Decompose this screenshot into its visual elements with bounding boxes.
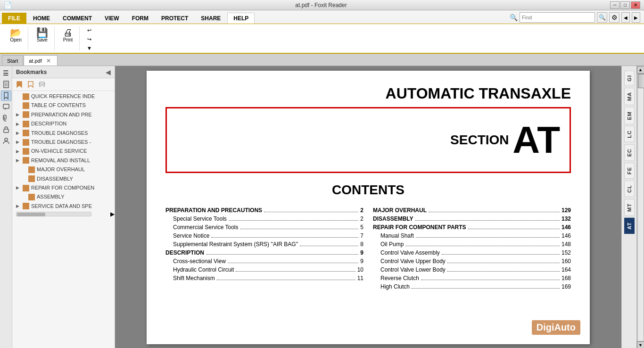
tab-help[interactable]: HELP (227, 13, 255, 24)
label-ec[interactable]: EC (624, 144, 635, 161)
tool-comments[interactable] (1, 102, 11, 112)
label-cl[interactable]: CL (624, 181, 635, 197)
minimize-button[interactable]: ─ (610, 1, 619, 9)
tab-file[interactable]: FILE (2, 13, 26, 24)
search-input[interactable] (520, 12, 595, 23)
toc-entry[interactable]: Special Service Tools2 (165, 215, 363, 222)
toc-entry[interactable]: MAJOR OVERHAUL129 (373, 207, 571, 214)
toc-page: 7 (360, 232, 363, 239)
bookmark-flag-icon (23, 203, 29, 209)
toc-dots (405, 246, 560, 246)
close-button[interactable]: ✕ (631, 1, 640, 9)
toc-entry[interactable]: Control Valve Assembly152 (373, 249, 571, 256)
bookmark-desc[interactable]: ▶ DESCRIPTION (12, 119, 115, 128)
bookmark-quick-ref[interactable]: QUICK REFERENCE INDE (12, 92, 115, 101)
toc-entry[interactable]: PREPARATION AND PRECAUTIONS2 (165, 207, 363, 214)
tab-share[interactable]: SHARE (195, 13, 227, 24)
bookmark-removal[interactable]: ▶ REMOVAL AND INSTALL (12, 156, 115, 165)
sidebar-scroll-right[interactable]: ▶ (110, 211, 115, 217)
tab-form[interactable]: FORM (126, 13, 155, 24)
expand-icon: ▶ (16, 157, 22, 164)
doc-tab-atpdf[interactable]: at.pdf ✕ (24, 55, 58, 66)
bookmark-prep[interactable]: ▶ PREPARATION AND PRE (12, 110, 115, 119)
bookmark-flag-icon (23, 139, 29, 146)
print-icon: 🖨 (63, 28, 73, 37)
bookmark-tool-2[interactable] (25, 80, 36, 89)
tab-view[interactable]: VIEW (99, 13, 125, 24)
bookmark-repair[interactable]: ▶ REPAIR FOR COMPONEN (12, 183, 115, 192)
toc-entry[interactable]: Hydraulic Control Circuit10 (165, 266, 363, 273)
bookmark-onvehicle[interactable]: ▶ ON-VEHICLE SERVICE (12, 147, 115, 156)
tool-attachment[interactable] (1, 113, 11, 124)
bookmark-toc[interactable]: TABLE OF CONTENTS (12, 101, 115, 110)
toc-entry[interactable]: Oil Pump148 (373, 241, 571, 248)
label-mt[interactable]: MT (624, 199, 635, 216)
tab-comment[interactable]: COMMENT (57, 13, 98, 24)
bookmark-major[interactable]: MAJOR OVERHAUL (12, 165, 115, 174)
toc-entry[interactable]: DISASSEMBLY132 (373, 215, 571, 222)
toc-page: 5 (360, 224, 363, 231)
toc-entry[interactable]: Cross-sectional View9 (165, 258, 363, 265)
toc-dots (264, 212, 358, 212)
sidebar-close-button[interactable]: ◀ (106, 68, 111, 76)
label-em[interactable]: EM (624, 107, 635, 124)
scroll-down-button[interactable]: ▼ (637, 341, 644, 348)
bookmark-flag-icon (28, 166, 35, 173)
toc-entry[interactable]: Manual Shaft146 (373, 232, 571, 239)
toc-entry[interactable]: Shift Mechanism11 (165, 275, 363, 282)
toc-entry[interactable]: Commercial Service Tools5 (165, 224, 363, 231)
label-at[interactable]: AT (624, 218, 635, 234)
toc-entry[interactable]: High Clutch169 (373, 283, 571, 290)
sidebar-panel: Bookmarks ◀ QUICK REFERENCE INDE (12, 66, 115, 348)
tool-hand[interactable]: ☰ (1, 68, 11, 78)
toc-page: 160 (561, 258, 571, 265)
tab-atpdf-close[interactable]: ✕ (45, 57, 52, 65)
label-fe[interactable]: FE (624, 163, 635, 179)
save-button[interactable]: 💾 Save (33, 26, 51, 44)
bookmark-trouble2[interactable]: ▶ TROUBLE DIAGNOSES - (12, 138, 115, 147)
pdf-section-letter: AT (512, 121, 560, 159)
scroll-track[interactable] (637, 74, 644, 341)
pdf-viewer[interactable]: AUTOMATIC TRANSAXLE SECTION AT CONTENTS … (115, 66, 621, 348)
redo-button[interactable]: ↪ (85, 35, 94, 43)
bookmark-trouble1[interactable]: ▶ TROUBLE DIAGNOSES (12, 129, 115, 138)
document-tabs: Start at.pdf ✕ (0, 54, 644, 66)
toc-entry[interactable]: Service Notice7 (165, 232, 363, 239)
tab-home[interactable]: HOME (27, 13, 56, 24)
toc-entry[interactable]: Control Valve Lower Body164 (373, 266, 571, 273)
sidebar-scrollbar-thumb[interactable] (17, 213, 45, 216)
scroll-thumb[interactable] (638, 74, 644, 88)
open-button[interactable]: 📂 Open (7, 26, 25, 44)
extra-button[interactable]: ▼ (84, 44, 94, 52)
svg-rect-4 (3, 104, 9, 108)
bookmark-tool-3[interactable] (37, 80, 47, 89)
nav-prev-button[interactable]: ◀ (621, 12, 630, 23)
print-button[interactable]: 🖨 Print (59, 26, 76, 44)
toc-entry[interactable]: REPAIR FOR COMPONENT PARTS146 (373, 224, 571, 231)
nav-next-button[interactable]: ▶ (632, 12, 640, 23)
toc-entry[interactable]: Supplemental Restraint System (SRS) ''AI… (165, 241, 363, 248)
tool-bookmarks[interactable] (1, 91, 11, 101)
bookmark-assembly[interactable]: ASSEMBLY (12, 192, 115, 201)
bookmark-tool-1[interactable] (14, 80, 25, 89)
tool-page[interactable] (1, 79, 11, 90)
restore-button[interactable]: □ (620, 1, 630, 9)
tool-lock[interactable] (1, 124, 11, 135)
scroll-up-button[interactable]: ▲ (637, 66, 644, 74)
tab-protect[interactable]: PROTECT (155, 13, 194, 24)
bookmark-service-data[interactable]: ▶ SERVICE DATA AND SPE (12, 202, 115, 211)
toc-dots (217, 280, 355, 280)
label-lc[interactable]: LC (624, 126, 635, 142)
tool-person[interactable] (1, 136, 11, 146)
label-gi[interactable]: GI (624, 71, 635, 86)
search-button[interactable]: 🔍 (597, 12, 607, 23)
doc-tab-start[interactable]: Start (2, 55, 23, 66)
toc-entry[interactable]: DESCRIPTION9 (165, 249, 363, 256)
settings-button[interactable]: ⚙ (609, 12, 619, 23)
toc-entry[interactable]: Reverse Clutch168 (373, 275, 571, 282)
toc-entry[interactable]: Control Valve Upper Body160 (373, 258, 571, 265)
bookmark-disassembly[interactable]: DISASSEMBLY (12, 174, 115, 183)
label-ma[interactable]: MA (624, 88, 635, 105)
sidebar-scrollbar[interactable] (16, 212, 91, 216)
undo-button[interactable]: ↩ (85, 26, 94, 34)
